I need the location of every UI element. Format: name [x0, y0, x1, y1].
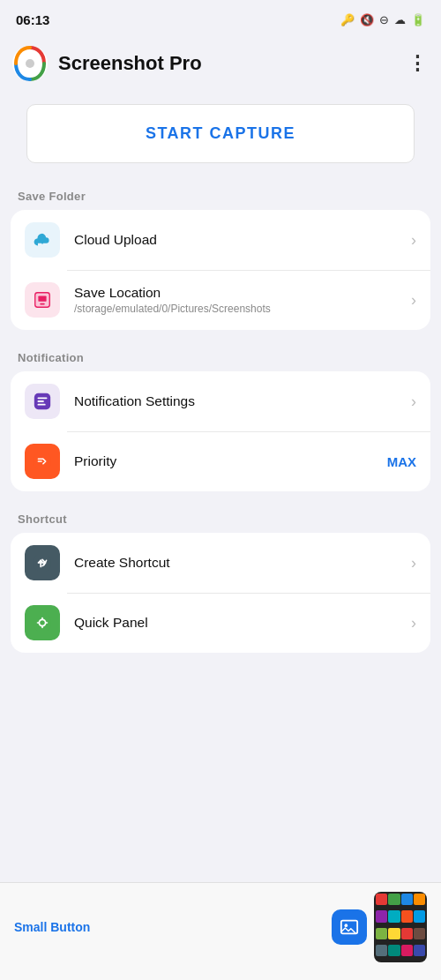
create-shortcut-text: Create Shortcut — [74, 555, 411, 571]
small-button[interactable]: Small Button — [14, 920, 90, 934]
app-header-left: Screenshot Pro — [11, 44, 202, 83]
bottom-right-area — [332, 892, 427, 962]
notification-settings-item[interactable]: Notification Settings › — [11, 371, 430, 431]
quick-panel-item[interactable]: Quick Panel › — [11, 593, 430, 653]
svg-rect-9 — [38, 404, 46, 406]
priority-value: MAX — [387, 454, 416, 469]
status-icons: 🔑 🔇 ⊖ ☁ 🔋 — [340, 13, 425, 26]
mute-icon: 🔇 — [360, 13, 374, 26]
notification-settings-label: Notification Settings — [74, 393, 411, 409]
cloud-upload-icon — [25, 222, 60, 258]
notification-settings-icon — [25, 384, 60, 419]
sections-container: Save Folder Cloud Upload › Save Location… — [0, 190, 441, 653]
app-logo — [11, 44, 49, 83]
notification-card: Notification Settings › Priority MAX — [11, 371, 430, 491]
app-title: Screenshot Pro — [58, 52, 202, 75]
svg-rect-10 — [34, 453, 50, 469]
wifi-icon: ☁ — [394, 13, 406, 26]
section-label-notification: Notification — [0, 351, 441, 371]
cloud-upload-chevron: › — [411, 231, 416, 250]
image-icon-button[interactable] — [332, 909, 367, 945]
svg-rect-4 — [38, 295, 46, 301]
save-location-label: Save Location — [74, 285, 411, 301]
section-label-shortcut: Shortcut — [0, 512, 441, 533]
quick-panel-icon — [25, 605, 60, 640]
cloud-upload-item[interactable]: Cloud Upload › — [11, 210, 430, 270]
save-location-text: Save Location /storage/emulated/0/Pictur… — [74, 285, 411, 315]
create-shortcut-label: Create Shortcut — [74, 555, 411, 571]
create-shortcut-icon — [25, 545, 60, 580]
dnd-icon: ⊖ — [379, 13, 389, 26]
section-label-save-folder: Save Folder — [0, 190, 441, 210]
notification-settings-text: Notification Settings — [74, 393, 411, 409]
priority-item[interactable]: Priority MAX — [11, 431, 430, 491]
priority-icon — [25, 444, 60, 479]
create-shortcut-item[interactable]: Create Shortcut › — [11, 533, 430, 593]
save-folder-card: Cloud Upload › Save Location /storage/em… — [11, 210, 430, 330]
quick-panel-label: Quick Panel — [74, 615, 411, 631]
shortcut-card: Create Shortcut › Quick Panel › — [11, 533, 430, 653]
svg-point-1 — [26, 59, 34, 68]
save-location-path: /storage/emulated/0/Pictures/Screenshots — [74, 303, 411, 315]
quick-panel-text: Quick Panel — [74, 615, 411, 631]
svg-rect-8 — [38, 400, 44, 402]
status-bar: 06:13 🔑 🔇 ⊖ ☁ 🔋 — [0, 0, 441, 35]
priority-text: Priority — [74, 453, 387, 469]
cloud-upload-label: Cloud Upload — [74, 232, 411, 248]
more-menu-icon[interactable]: ⋮ — [407, 52, 427, 75]
save-location-chevron: › — [411, 291, 416, 310]
quick-panel-chevron: › — [411, 614, 416, 632]
svg-rect-7 — [38, 397, 48, 399]
key-icon: 🔑 — [340, 13, 355, 26]
svg-rect-18 — [341, 921, 357, 934]
notification-settings-chevron: › — [411, 393, 416, 411]
battery-icon: 🔋 — [411, 13, 425, 26]
bottom-bar: Small Button — [0, 882, 441, 980]
cloud-upload-text: Cloud Upload — [74, 232, 411, 248]
status-time: 06:13 — [16, 12, 49, 27]
start-capture-button[interactable]: START CAPTURE — [26, 104, 415, 163]
save-location-item[interactable]: Save Location /storage/emulated/0/Pictur… — [11, 270, 430, 330]
create-shortcut-chevron: › — [411, 554, 416, 572]
app-header: Screenshot Pro ⋮ — [0, 35, 441, 95]
capture-section: START CAPTURE — [0, 95, 441, 190]
save-location-icon — [25, 282, 60, 318]
svg-rect-12 — [34, 615, 50, 631]
priority-label: Priority — [74, 453, 387, 469]
svg-point-19 — [345, 924, 348, 927]
svg-rect-5 — [40, 303, 45, 305]
thumbnail-preview[interactable] — [374, 892, 427, 962]
